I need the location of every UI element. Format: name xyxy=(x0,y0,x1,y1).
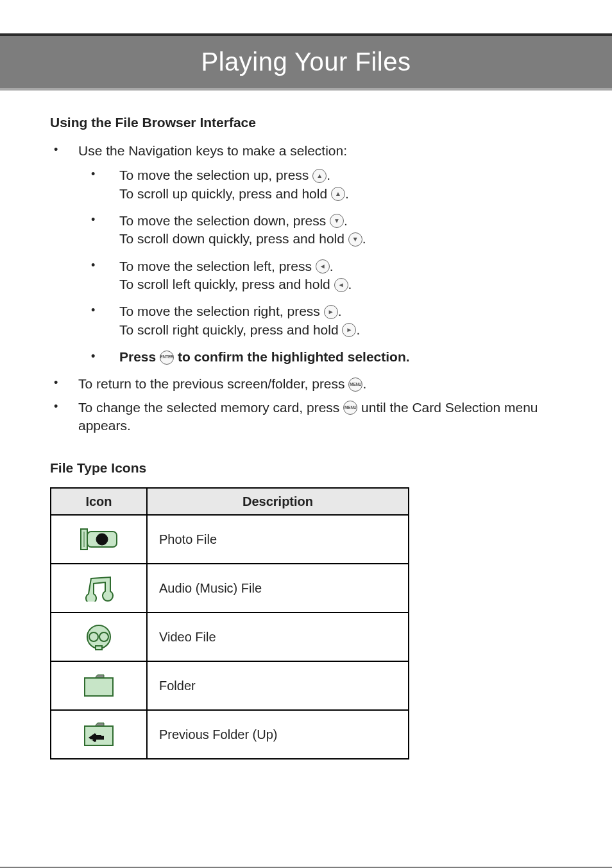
menu-button-icon: MENU xyxy=(343,401,357,415)
text: To scroll up quickly, press and hold xyxy=(119,186,331,201)
text: . xyxy=(356,322,360,337)
content: Using the File Browser Interface Use the… xyxy=(0,91,612,759)
list-item: To move the selection right, press ►. To… xyxy=(78,302,562,339)
text: . xyxy=(362,231,366,246)
text: To move the selection left, press xyxy=(119,259,316,273)
cell-desc: Photo File xyxy=(147,515,409,564)
file-type-table: Icon Description Photo File Audio (Music… xyxy=(50,487,409,759)
text: To change the selected memory card, pres… xyxy=(78,400,343,415)
text: To scroll down quickly, press and hold xyxy=(119,231,348,246)
table-row: Photo File xyxy=(51,515,409,564)
table-row: Audio (Music) File xyxy=(51,564,409,612)
left-arrow-icon: ◄ xyxy=(334,278,348,292)
up-arrow-icon: ▲ xyxy=(331,187,345,201)
list-item: To move the selection left, press ◄. To … xyxy=(78,257,562,294)
section-heading-browser: Using the File Browser Interface xyxy=(50,115,562,130)
right-arrow-icon: ► xyxy=(342,323,356,337)
page-title: Playing Your Files xyxy=(201,48,411,76)
nav-sublist: To move the selection up, press ▲. To sc… xyxy=(78,166,562,366)
table-header-row: Icon Description xyxy=(51,488,409,515)
video-file-icon xyxy=(51,612,147,661)
cell-desc: Audio (Music) File xyxy=(147,564,409,612)
col-desc: Description xyxy=(147,488,409,515)
text: To move the selection down, press xyxy=(119,213,330,228)
instruction-list: Use the Navigation keys to make a select… xyxy=(50,142,562,435)
text: . xyxy=(330,259,334,273)
text: To scroll right quickly, press and hold xyxy=(119,322,342,337)
text: Press xyxy=(119,349,160,364)
text: To scroll left quickly, press and hold xyxy=(119,277,334,291)
list-item: Use the Navigation keys to make a select… xyxy=(50,142,562,366)
list-item: To move the selection up, press ▲. To sc… xyxy=(78,166,562,203)
right-arrow-icon: ► xyxy=(324,305,338,319)
text: To move the selection up, press xyxy=(119,168,312,182)
list-item: To return to the previous screen/folder,… xyxy=(50,375,562,393)
text: . xyxy=(348,277,352,291)
folder-icon xyxy=(51,661,147,710)
cell-desc: Video File xyxy=(147,612,409,661)
list-item: To move the selection down, press ▼. To … xyxy=(78,212,562,248)
photo-file-icon xyxy=(51,515,147,564)
left-arrow-icon: ◄ xyxy=(316,259,330,273)
list-item-confirm: Press ENTER to confirm the highlighted s… xyxy=(78,348,562,366)
text: to confirm the highlighted selection. xyxy=(174,349,410,364)
text: . xyxy=(327,168,330,182)
text: . xyxy=(344,213,348,228)
cell-desc: Previous Folder (Up) xyxy=(147,710,409,759)
table-row: Video File xyxy=(51,612,409,661)
enter-button-icon: ENTER xyxy=(160,351,174,365)
cell-desc: Folder xyxy=(147,661,409,710)
svg-rect-6 xyxy=(96,646,102,650)
text: To return to the previous screen/folder,… xyxy=(78,376,348,391)
text: . xyxy=(345,186,349,201)
up-arrow-icon: ▲ xyxy=(312,169,327,183)
audio-file-icon xyxy=(51,564,147,612)
text: . xyxy=(362,376,366,391)
col-icon: Icon xyxy=(51,488,147,515)
down-arrow-icon: ▼ xyxy=(330,214,344,228)
list-item: To change the selected memory card, pres… xyxy=(50,399,562,435)
page: Playing Your Files Using the File Browse… xyxy=(0,33,612,868)
menu-button-icon: MENU xyxy=(348,378,362,392)
section-heading-icons: File Type Icons xyxy=(50,460,562,476)
nav-intro: Use the Navigation keys to make a select… xyxy=(78,143,347,158)
banner: Playing Your Files xyxy=(0,33,612,91)
previous-folder-icon xyxy=(51,710,147,759)
table-row: Folder xyxy=(51,661,409,710)
table-row: Previous Folder (Up) xyxy=(51,710,409,759)
down-arrow-icon: ▼ xyxy=(348,232,362,247)
svg-rect-7 xyxy=(85,678,113,696)
text: To move the selection right, press xyxy=(119,304,324,318)
text: . xyxy=(338,304,342,318)
svg-point-2 xyxy=(96,534,108,545)
